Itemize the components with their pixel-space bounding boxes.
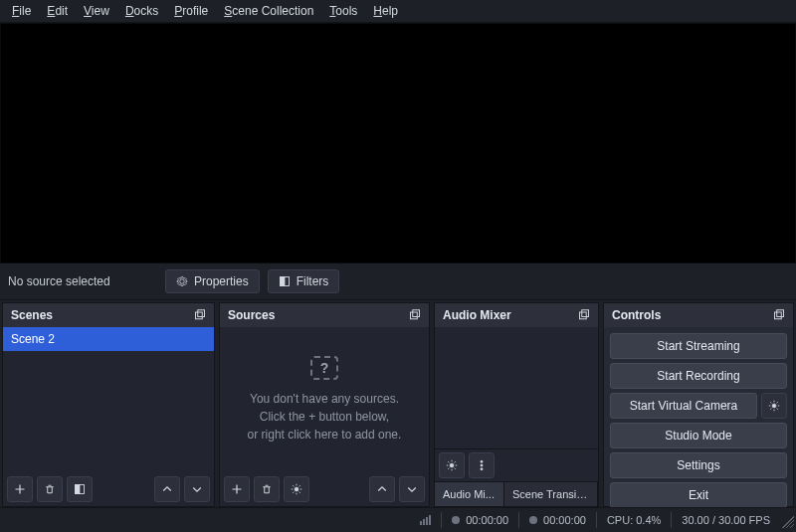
preview-canvas[interactable] bbox=[0, 23, 796, 264]
svg-rect-6 bbox=[411, 312, 418, 319]
filters-label: Filters bbox=[297, 274, 329, 288]
move-scene-down-button[interactable] bbox=[184, 476, 210, 502]
resize-grip[interactable] bbox=[782, 516, 794, 528]
studio-mode-button[interactable]: Studio Mode bbox=[610, 423, 787, 448]
tab-scene-transitions[interactable]: Scene Transiti... bbox=[504, 482, 598, 506]
sources-empty-line2: Click the + button below, bbox=[230, 408, 419, 426]
source-toolbar: No source selected Properties Filters bbox=[0, 264, 796, 300]
svg-rect-3 bbox=[198, 310, 205, 317]
source-status-text: No source selected bbox=[8, 274, 157, 288]
properties-button[interactable]: Properties bbox=[165, 269, 260, 293]
docks-row: Scenes Scene 2 Sources ? You don't have … bbox=[0, 300, 796, 507]
audio-settings-button[interactable] bbox=[439, 452, 465, 478]
popout-icon[interactable] bbox=[773, 309, 785, 321]
network-indicator bbox=[410, 513, 441, 527]
menu-help[interactable]: Help bbox=[365, 2, 406, 20]
scenes-dock: Scenes Scene 2 bbox=[2, 302, 215, 507]
audio-menu-button[interactable] bbox=[469, 452, 495, 478]
popout-icon[interactable] bbox=[194, 309, 206, 321]
sources-title: Sources bbox=[228, 308, 275, 322]
rec-dot-icon bbox=[529, 516, 537, 524]
settings-button[interactable]: Settings bbox=[610, 452, 787, 478]
move-source-down-button[interactable] bbox=[399, 476, 425, 502]
scene-item[interactable]: Scene 2 bbox=[3, 327, 214, 351]
menu-view[interactable]: View bbox=[76, 2, 117, 20]
svg-rect-7 bbox=[413, 310, 420, 317]
signal-icon bbox=[420, 515, 431, 525]
svg-rect-5 bbox=[76, 485, 81, 494]
scenes-toolbar bbox=[3, 472, 214, 506]
live-status: 00:00:00 bbox=[441, 512, 518, 528]
filters-button[interactable]: Filters bbox=[268, 269, 340, 293]
controls-header: Controls bbox=[604, 303, 793, 327]
svg-point-13 bbox=[481, 464, 483, 466]
menu-scene-collection[interactable]: Scene Collection bbox=[216, 2, 321, 20]
remove-source-button[interactable] bbox=[254, 476, 280, 502]
audio-mixer-body: Audio Mi... Scene Transiti... bbox=[435, 327, 598, 506]
source-properties-button[interactable] bbox=[284, 476, 309, 502]
menu-edit[interactable]: Edit bbox=[39, 2, 76, 20]
scene-filters-button[interactable] bbox=[67, 476, 93, 502]
status-bar: 00:00:00 00:00:00 CPU: 0.4% 30.00 / 30.0… bbox=[0, 507, 796, 532]
sources-empty-state: ? You don't have any sources. Click the … bbox=[220, 356, 429, 443]
exit-button[interactable]: Exit bbox=[610, 482, 787, 508]
live-time: 00:00:00 bbox=[466, 514, 508, 526]
filters-icon bbox=[279, 275, 291, 287]
start-recording-button[interactable]: Start Recording bbox=[610, 363, 787, 389]
popout-icon[interactable] bbox=[409, 309, 421, 321]
fps-status: 30.00 / 30.00 FPS bbox=[671, 512, 780, 528]
rec-status: 00:00:00 bbox=[518, 512, 596, 528]
sources-toolbar bbox=[220, 472, 429, 506]
svg-point-14 bbox=[481, 468, 483, 470]
question-icon: ? bbox=[310, 356, 338, 380]
sources-header: Sources bbox=[220, 303, 429, 327]
scenes-list[interactable]: Scene 2 bbox=[3, 327, 214, 472]
add-source-button[interactable] bbox=[224, 476, 250, 502]
svg-point-11 bbox=[450, 463, 454, 467]
audio-title: Audio Mixer bbox=[443, 308, 511, 322]
popout-icon[interactable] bbox=[578, 309, 590, 321]
menu-file[interactable]: File bbox=[4, 2, 39, 20]
controls-body: Start Streaming Start Recording Start Vi… bbox=[604, 327, 793, 514]
svg-point-8 bbox=[295, 487, 298, 491]
remove-scene-button[interactable] bbox=[37, 476, 63, 502]
menu-profile[interactable]: Profile bbox=[166, 2, 216, 20]
svg-rect-2 bbox=[196, 312, 203, 319]
rec-time: 00:00:00 bbox=[543, 514, 586, 526]
controls-dock: Controls Start Streaming Start Recording… bbox=[603, 302, 794, 507]
svg-rect-15 bbox=[775, 312, 782, 319]
tab-audio-mixer[interactable]: Audio Mi... bbox=[435, 482, 504, 506]
svg-rect-16 bbox=[777, 310, 784, 317]
start-streaming-button[interactable]: Start Streaming bbox=[610, 333, 787, 359]
svg-point-12 bbox=[481, 460, 483, 462]
scenes-header: Scenes bbox=[3, 303, 214, 327]
scenes-title: Scenes bbox=[11, 308, 53, 322]
menubar: File Edit View Docks Profile Scene Colle… bbox=[0, 0, 796, 23]
add-scene-button[interactable] bbox=[7, 476, 33, 502]
svg-rect-9 bbox=[580, 312, 587, 319]
audio-mixer-dock: Audio Mixer Audio Mi... Scene Transiti..… bbox=[434, 302, 599, 507]
move-scene-up-button[interactable] bbox=[154, 476, 180, 502]
audio-header: Audio Mixer bbox=[435, 303, 598, 327]
controls-title: Controls bbox=[612, 308, 661, 322]
svg-rect-10 bbox=[582, 310, 589, 317]
cpu-status: CPU: 0.4% bbox=[596, 512, 671, 528]
properties-label: Properties bbox=[194, 274, 249, 288]
virtual-camera-settings-button[interactable] bbox=[761, 393, 787, 419]
menu-docks[interactable]: Docks bbox=[117, 2, 166, 20]
audio-toolbar bbox=[435, 448, 598, 481]
start-virtual-camera-button[interactable]: Start Virtual Camera bbox=[610, 393, 757, 419]
sources-list[interactable]: ? You don't have any sources. Click the … bbox=[220, 327, 429, 472]
svg-rect-1 bbox=[280, 277, 285, 286]
move-source-up-button[interactable] bbox=[369, 476, 395, 502]
sources-empty-line1: You don't have any sources. bbox=[230, 390, 419, 408]
live-dot-icon bbox=[452, 516, 460, 524]
svg-point-17 bbox=[772, 404, 776, 408]
gear-icon bbox=[176, 275, 188, 287]
sources-empty-line3: or right click here to add one. bbox=[230, 426, 419, 443]
dock-tabs: Audio Mi... Scene Transiti... bbox=[435, 481, 598, 506]
menu-tools[interactable]: Tools bbox=[321, 2, 365, 20]
sources-dock: Sources ? You don't have any sources. Cl… bbox=[219, 302, 430, 507]
